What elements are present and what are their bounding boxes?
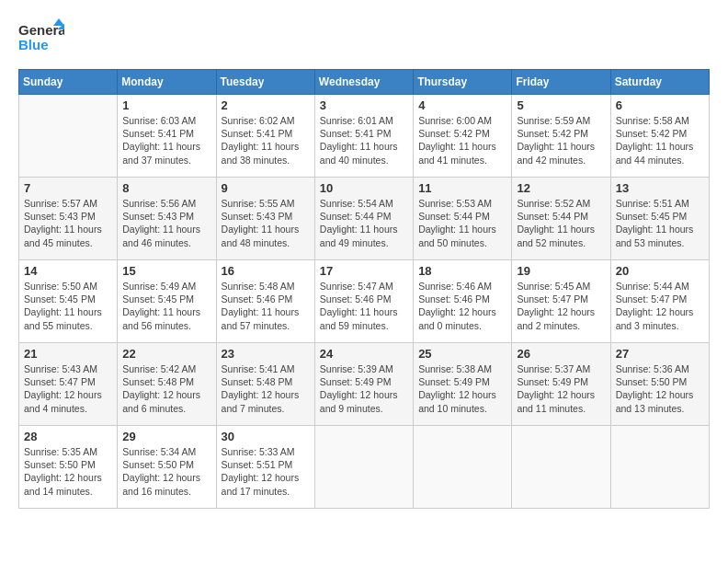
calendar-cell	[314, 426, 413, 509]
day-info: Sunrise: 6:01 AMSunset: 5:41 PMDaylight:…	[320, 114, 408, 167]
day-info: Sunrise: 5:52 AMSunset: 5:44 PMDaylight:…	[517, 197, 605, 249]
calendar-cell: 17Sunrise: 5:47 AMSunset: 5:46 PMDayligh…	[314, 260, 413, 343]
calendar-cell: 28Sunrise: 5:35 AMSunset: 5:50 PMDayligh…	[19, 426, 118, 509]
day-number: 2	[222, 98, 310, 112]
day-header-tuesday: Tuesday	[216, 70, 314, 95]
calendar-cell: 23Sunrise: 5:41 AMSunset: 5:48 PMDayligh…	[216, 343, 314, 426]
calendar-table: SundayMondayTuesdayWednesdayThursdayFrid…	[18, 69, 710, 509]
day-info: Sunrise: 5:48 AMSunset: 5:46 PMDaylight:…	[222, 280, 310, 332]
calendar-week-row: 28Sunrise: 5:35 AMSunset: 5:50 PMDayligh…	[19, 426, 710, 509]
day-header-friday: Friday	[512, 70, 610, 95]
day-number: 20	[616, 264, 704, 278]
calendar-week-row: 7Sunrise: 5:57 AMSunset: 5:43 PMDaylight…	[19, 178, 710, 260]
day-info: Sunrise: 5:37 AMSunset: 5:49 PMDaylight:…	[517, 362, 605, 415]
day-number: 30	[222, 430, 310, 443]
calendar-cell: 6Sunrise: 5:58 AMSunset: 5:42 PMDaylight…	[610, 95, 709, 178]
day-number: 22	[122, 347, 210, 361]
day-number: 13	[616, 181, 704, 195]
logo: General Blue	[18, 18, 64, 60]
day-info: Sunrise: 5:55 AMSunset: 5:43 PMDaylight:…	[222, 197, 310, 249]
calendar-header-row: SundayMondayTuesdayWednesdayThursdayFrid…	[19, 70, 710, 95]
day-number: 11	[418, 181, 506, 195]
calendar-cell: 13Sunrise: 5:51 AMSunset: 5:45 PMDayligh…	[610, 178, 709, 260]
logo-icon: General Blue	[18, 18, 64, 60]
day-info: Sunrise: 5:33 AMSunset: 5:51 PMDaylight:…	[222, 445, 310, 498]
day-header-wednesday: Wednesday	[314, 70, 413, 95]
day-number: 29	[122, 430, 210, 443]
calendar-cell	[19, 95, 118, 178]
day-number: 15	[122, 264, 210, 278]
day-number: 21	[24, 347, 112, 361]
calendar-cell: 5Sunrise: 5:59 AMSunset: 5:42 PMDaylight…	[512, 95, 610, 178]
calendar-cell: 20Sunrise: 5:44 AMSunset: 5:47 PMDayligh…	[610, 260, 709, 343]
calendar-cell	[414, 426, 512, 509]
day-number: 27	[616, 347, 704, 361]
day-info: Sunrise: 5:49 AMSunset: 5:45 PMDaylight:…	[122, 280, 210, 332]
day-info: Sunrise: 5:36 AMSunset: 5:50 PMDaylight:…	[616, 362, 704, 415]
calendar-week-row: 14Sunrise: 5:50 AMSunset: 5:45 PMDayligh…	[19, 260, 710, 343]
calendar-cell: 18Sunrise: 5:46 AMSunset: 5:46 PMDayligh…	[414, 260, 512, 343]
calendar-cell: 22Sunrise: 5:42 AMSunset: 5:48 PMDayligh…	[118, 343, 216, 426]
day-info: Sunrise: 5:35 AMSunset: 5:50 PMDaylight:…	[24, 445, 112, 498]
calendar-cell: 1Sunrise: 6:03 AMSunset: 5:41 PMDaylight…	[118, 95, 216, 178]
day-info: Sunrise: 6:00 AMSunset: 5:42 PMDaylight:…	[418, 114, 506, 167]
calendar-cell: 10Sunrise: 5:54 AMSunset: 5:44 PMDayligh…	[314, 178, 413, 260]
calendar-cell: 27Sunrise: 5:36 AMSunset: 5:50 PMDayligh…	[610, 343, 709, 426]
day-number: 9	[222, 181, 310, 195]
day-info: Sunrise: 6:03 AMSunset: 5:41 PMDaylight:…	[122, 114, 210, 167]
day-info: Sunrise: 5:59 AMSunset: 5:42 PMDaylight:…	[517, 114, 605, 167]
day-info: Sunrise: 5:46 AMSunset: 5:46 PMDaylight:…	[418, 280, 506, 332]
calendar-cell: 21Sunrise: 5:43 AMSunset: 5:47 PMDayligh…	[19, 343, 118, 426]
day-number: 8	[122, 181, 210, 195]
calendar-cell: 8Sunrise: 5:56 AMSunset: 5:43 PMDaylight…	[118, 178, 216, 260]
day-info: Sunrise: 5:42 AMSunset: 5:48 PMDaylight:…	[122, 362, 210, 415]
day-info: Sunrise: 5:43 AMSunset: 5:47 PMDaylight:…	[24, 362, 112, 415]
day-number: 1	[122, 98, 210, 112]
day-info: Sunrise: 5:51 AMSunset: 5:45 PMDaylight:…	[616, 197, 704, 249]
calendar-cell	[610, 426, 709, 509]
day-info: Sunrise: 6:02 AMSunset: 5:41 PMDaylight:…	[222, 114, 310, 167]
calendar-cell: 30Sunrise: 5:33 AMSunset: 5:51 PMDayligh…	[216, 426, 314, 509]
day-info: Sunrise: 5:54 AMSunset: 5:44 PMDaylight:…	[320, 197, 408, 249]
day-header-monday: Monday	[118, 70, 216, 95]
day-info: Sunrise: 5:45 AMSunset: 5:47 PMDaylight:…	[517, 280, 605, 332]
day-number: 19	[517, 264, 605, 278]
day-number: 28	[24, 430, 112, 443]
calendar-cell	[512, 426, 610, 509]
day-number: 3	[320, 98, 408, 112]
calendar-cell: 25Sunrise: 5:38 AMSunset: 5:49 PMDayligh…	[414, 343, 512, 426]
day-number: 16	[222, 264, 310, 278]
calendar-cell: 19Sunrise: 5:45 AMSunset: 5:47 PMDayligh…	[512, 260, 610, 343]
day-number: 12	[517, 181, 605, 195]
day-info: Sunrise: 5:47 AMSunset: 5:46 PMDaylight:…	[320, 280, 408, 332]
day-info: Sunrise: 5:44 AMSunset: 5:47 PMDaylight:…	[616, 280, 704, 332]
calendar-cell: 2Sunrise: 6:02 AMSunset: 5:41 PMDaylight…	[216, 95, 314, 178]
calendar-week-row: 1Sunrise: 6:03 AMSunset: 5:41 PMDaylight…	[19, 95, 710, 178]
calendar-cell: 15Sunrise: 5:49 AMSunset: 5:45 PMDayligh…	[118, 260, 216, 343]
day-number: 17	[320, 264, 408, 278]
calendar-cell: 9Sunrise: 5:55 AMSunset: 5:43 PMDaylight…	[216, 178, 314, 260]
day-info: Sunrise: 5:34 AMSunset: 5:50 PMDaylight:…	[122, 445, 210, 498]
day-number: 25	[418, 347, 506, 361]
day-number: 24	[320, 347, 408, 361]
day-number: 6	[616, 98, 704, 112]
calendar-cell: 12Sunrise: 5:52 AMSunset: 5:44 PMDayligh…	[512, 178, 610, 260]
calendar-cell: 14Sunrise: 5:50 AMSunset: 5:45 PMDayligh…	[19, 260, 118, 343]
day-info: Sunrise: 5:41 AMSunset: 5:48 PMDaylight:…	[222, 362, 310, 415]
day-info: Sunrise: 5:39 AMSunset: 5:49 PMDaylight:…	[320, 362, 408, 415]
calendar-cell: 16Sunrise: 5:48 AMSunset: 5:46 PMDayligh…	[216, 260, 314, 343]
day-info: Sunrise: 5:58 AMSunset: 5:42 PMDaylight:…	[616, 114, 704, 167]
day-number: 14	[24, 264, 112, 278]
page-header: General Blue	[18, 18, 710, 60]
day-info: Sunrise: 5:57 AMSunset: 5:43 PMDaylight:…	[24, 197, 112, 249]
day-number: 18	[418, 264, 506, 278]
calendar-cell: 11Sunrise: 5:53 AMSunset: 5:44 PMDayligh…	[414, 178, 512, 260]
day-number: 23	[222, 347, 310, 361]
calendar-week-row: 21Sunrise: 5:43 AMSunset: 5:47 PMDayligh…	[19, 343, 710, 426]
calendar-cell: 26Sunrise: 5:37 AMSunset: 5:49 PMDayligh…	[512, 343, 610, 426]
day-number: 5	[517, 98, 605, 112]
day-info: Sunrise: 5:38 AMSunset: 5:49 PMDaylight:…	[418, 362, 506, 415]
day-number: 4	[418, 98, 506, 112]
calendar-cell: 3Sunrise: 6:01 AMSunset: 5:41 PMDaylight…	[314, 95, 413, 178]
calendar-cell: 4Sunrise: 6:00 AMSunset: 5:42 PMDaylight…	[414, 95, 512, 178]
